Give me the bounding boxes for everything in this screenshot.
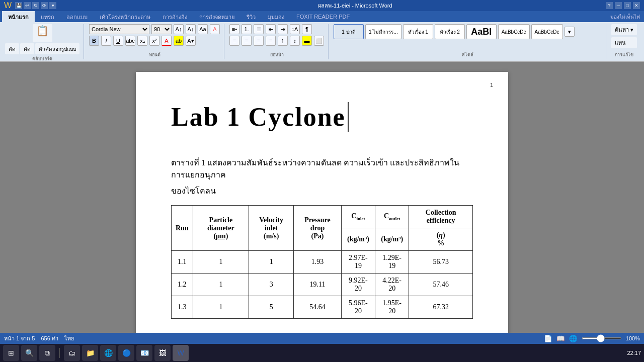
tab-foxit[interactable]: FOXIT READER PDF <box>290 11 356 22</box>
highlight-btn[interactable]: ab <box>174 36 184 46</box>
grow-font-btn[interactable]: A↑ <box>174 24 184 34</box>
save-quick-btn[interactable]: 💾 <box>15 2 22 9</box>
styles-gallery: 1 ปกติ 1 ไม่มีการร... หัวเรื่อง 1 หัวเรื… <box>334 24 575 39</box>
taskbar-chrome-btn[interactable]: 🔵 <box>118 345 134 361</box>
font-selector-row: Cordia New 90 A↑ A↓ Aa A <box>89 24 220 34</box>
borders-btn[interactable]: ⬜ <box>314 36 324 46</box>
taskbar-photos-btn[interactable]: 🖼 <box>154 345 171 361</box>
font-label: ฟอนต์ <box>89 50 220 58</box>
document-container[interactable]: 1 Lab 1 Cyclone ตารางที่ 1 แสดงความสัมพั… <box>0 62 644 333</box>
underline-btn[interactable]: U <box>113 36 123 46</box>
clipboard-label: คลิปบอร์ด <box>5 54 79 62</box>
tab-layout[interactable]: เค้าโครงหน้ากระดาษ <box>94 11 156 22</box>
replace-btn[interactable]: แทน <box>611 37 637 48</box>
search-btn[interactable]: 🔍 <box>21 345 37 361</box>
style-heading2[interactable]: หัวเรื่อง 2 <box>435 24 465 39</box>
style-intense-ref[interactable]: AaBbCcDc <box>531 24 563 39</box>
paste-btn[interactable]: 📋 <box>33 24 52 42</box>
view-web-btn[interactable]: 🌐 <box>569 335 578 342</box>
col-header-efficiency: Collection efficiency <box>409 206 473 228</box>
text-effects-btn[interactable]: A <box>210 24 220 34</box>
minimize-btn[interactable]: ─ <box>615 2 622 9</box>
taskbar-folder-btn[interactable]: 📁 <box>82 345 98 361</box>
superscript-btn[interactable]: x² <box>149 36 159 46</box>
word-count-label: 656 คำ <box>41 334 58 343</box>
cell-particle-2: 1 <box>193 296 249 319</box>
tab-references[interactable]: การอ้างอิง <box>156 11 193 22</box>
tab-home[interactable]: หน้าแรก <box>2 11 35 22</box>
line-spacing-btn[interactable]: ↕ <box>290 36 300 46</box>
cell-velocity-1: 3 <box>249 274 294 296</box>
col-header-velocity: Velocity inlet (m/s) <box>249 206 294 251</box>
show-marks-btn[interactable]: ¶ <box>302 24 312 34</box>
view-read-btn[interactable]: 📖 <box>556 335 565 342</box>
increase-indent-btn[interactable]: ⇥ <box>278 24 288 34</box>
view-normal-btn[interactable]: 📄 <box>544 335 552 342</box>
redo-quick-btn[interactable]: ↻ <box>32 2 39 9</box>
bullets-btn[interactable]: ≡• <box>229 24 239 34</box>
tab-mailings[interactable]: การส่งจดหมาย <box>193 11 240 22</box>
status-left: หน้า 1 จาก 5 656 คำ ไทย <box>4 334 74 343</box>
zoom-slider[interactable] <box>582 337 622 339</box>
align-left-btn[interactable]: ≡ <box>229 36 239 46</box>
style-no-spacing[interactable]: 1 ไม่มีการร... <box>365 24 401 39</box>
styles-scroll-down-btn[interactable]: ▾ <box>565 27 575 37</box>
columns-btn[interactable]: ⫿ <box>278 36 288 46</box>
italic-btn[interactable]: I <box>101 36 111 46</box>
strikethrough-btn[interactable]: abc <box>125 36 135 46</box>
text-color-btn[interactable]: A <box>162 36 172 46</box>
numbering-btn[interactable]: 1. <box>242 24 252 34</box>
taskbar-explorer-btn[interactable]: 🗂 <box>64 345 80 361</box>
task-view-btn[interactable]: ⧉ <box>39 345 55 361</box>
close-btn[interactable]: ✕ <box>633 2 640 9</box>
justify-btn[interactable]: ≡ <box>266 36 276 46</box>
customize-quick-btn[interactable]: ▾ <box>49 2 56 9</box>
document-title[interactable]: Lab 1 Cyclone <box>171 102 349 132</box>
font-size-select[interactable]: 90 <box>151 24 172 34</box>
cell-cout-0: 1.29E-19 <box>375 251 409 274</box>
document-page: 1 Lab 1 Cyclone ตารางที่ 1 แสดงความสัมพั… <box>136 72 508 333</box>
taskbar-mail-btn[interactable]: 📧 <box>136 345 152 361</box>
zoom-level-label: 100% <box>626 335 640 341</box>
table-row: 1.2 1 3 19.11 9.92E-20 4.22E-20 57.46 <box>172 274 473 296</box>
style-subtle-ref[interactable]: AaBbCcDc <box>498 24 530 39</box>
tab-insert[interactable]: แทรก <box>35 11 60 22</box>
bold-btn[interactable]: B <box>89 36 99 46</box>
col-header-particle: Particle diameter (μm) <box>193 206 249 251</box>
autosave-quick-btn[interactable]: ⟳ <box>41 2 48 9</box>
table-caption-line2: ของไซโคลน <box>171 185 473 197</box>
tab-view[interactable]: มุมมอง <box>262 11 290 22</box>
decrease-indent-btn[interactable]: ⇤ <box>266 24 276 34</box>
cut-btn[interactable]: ตัด <box>5 43 19 54</box>
copy-btn[interactable]: คัด <box>20 43 34 54</box>
font-color-btn[interactable]: A▾ <box>186 36 196 46</box>
style-heading1[interactable]: หัวเรื่อง 1 <box>403 24 433 39</box>
doc-title-block: Lab 1 Cyclone <box>171 102 473 147</box>
sort-btn[interactable]: ↕A <box>290 24 300 34</box>
table-caption-line1: ตารางที่ 1 แสดงความสัมพันธ์ระหว่างความดั… <box>171 157 473 181</box>
restore-btn[interactable]: □ <box>624 2 631 9</box>
clear-format-btn[interactable]: Aa <box>198 24 208 34</box>
align-right-btn[interactable]: ≡ <box>254 36 264 46</box>
align-center-btn[interactable]: ≡ <box>242 36 252 46</box>
tab-design[interactable]: ออกแบบ <box>60 11 94 22</box>
font-name-select[interactable]: Cordia New <box>89 24 149 34</box>
start-btn[interactable]: ⊞ <box>3 345 19 361</box>
format-painter-btn[interactable]: ตัวคัดลอกรูปแบบ <box>35 43 79 54</box>
undo-quick-btn[interactable]: ↩ <box>24 2 31 9</box>
cell-pressure-1: 19.11 <box>294 274 342 296</box>
shading-btn[interactable]: ▬ <box>302 36 312 46</box>
style-normal[interactable]: 1 ปกติ <box>334 24 364 39</box>
shrink-font-btn[interactable]: A↓ <box>186 24 196 34</box>
taskbar-word-btn[interactable]: W <box>173 345 189 361</box>
paragraph-label: ย่อหน้า <box>229 50 324 58</box>
multilevel-btn[interactable]: ≣ <box>254 24 264 34</box>
cell-cin-2: 5.96E-20 <box>341 296 375 319</box>
tab-review[interactable]: รีวิว <box>240 11 262 22</box>
help-btn[interactable]: ? <box>606 2 613 9</box>
style-title[interactable]: AaBl <box>466 24 497 39</box>
subscript-btn[interactable]: x₂ <box>137 36 147 46</box>
find-btn[interactable]: ค้นหา ▾ <box>611 24 637 35</box>
cell-cout-1: 4.22E-20 <box>375 274 409 296</box>
taskbar-edge-btn[interactable]: 🌐 <box>100 345 116 361</box>
